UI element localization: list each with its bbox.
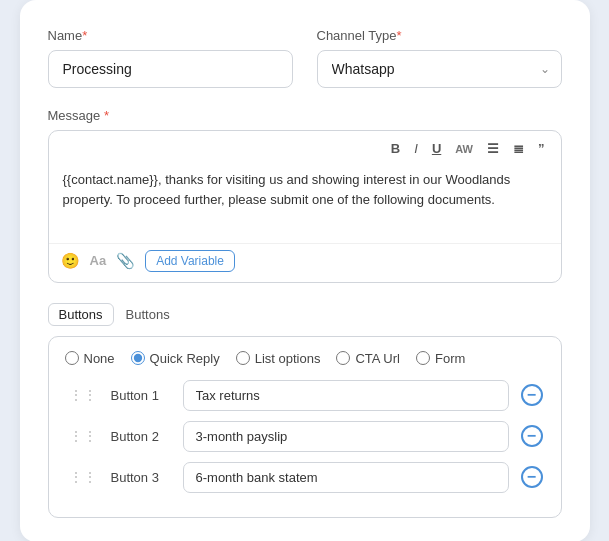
radio-list-options-input[interactable] <box>236 351 250 365</box>
radio-list-options-label: List options <box>255 351 321 366</box>
button-row-3: ⋮⋮ Button 3 − <box>65 462 545 493</box>
underline-button[interactable]: U <box>428 139 445 158</box>
message-box: B I U AW ☰ ≣ ” {{contact.name}}, thanks … <box>48 130 562 283</box>
minus-icon-1: − <box>521 384 543 406</box>
italic-button[interactable]: I <box>410 139 422 158</box>
channel-label: Channel Type* <box>317 28 562 43</box>
radio-none-label: None <box>84 351 115 366</box>
button-row-2: ⋮⋮ Button 2 − <box>65 421 545 452</box>
list-ordered-button[interactable]: ≣ <box>509 139 528 158</box>
message-label: Message * <box>48 108 562 123</box>
channel-select[interactable]: Whatsapp SMS Email <box>317 50 562 88</box>
drag-handle-1[interactable]: ⋮⋮ <box>65 385 101 405</box>
message-required: * <box>104 108 109 123</box>
attachment-icon[interactable]: 📎 <box>116 252 135 270</box>
radio-cta-url[interactable]: CTA Url <box>336 351 400 366</box>
name-input[interactable] <box>48 50 293 88</box>
radio-cta-url-input[interactable] <box>336 351 350 365</box>
aw-button[interactable]: AW <box>451 141 477 157</box>
form-card: Name* Channel Type* Whatsapp SMS Email ⌄… <box>20 0 590 541</box>
message-textarea[interactable]: {{contact.name}}, thanks for visiting us… <box>49 162 561 239</box>
channel-required: * <box>397 28 402 43</box>
message-footer: 🙂 Aa 📎 Add Variable <box>49 243 561 282</box>
button-2-label: Button 2 <box>111 429 173 444</box>
drag-handle-2[interactable]: ⋮⋮ <box>65 426 101 446</box>
name-channel-row: Name* Channel Type* Whatsapp SMS Email ⌄ <box>48 28 562 88</box>
minus-icon-2: − <box>521 425 543 447</box>
radio-quick-reply[interactable]: Quick Reply <box>131 351 220 366</box>
tab-buttons-1[interactable]: Buttons <box>48 303 114 326</box>
buttons-tabs: Buttons Buttons <box>48 303 562 326</box>
button-2-input[interactable] <box>183 421 509 452</box>
channel-group: Channel Type* Whatsapp SMS Email ⌄ <box>317 28 562 88</box>
remove-button-1[interactable]: − <box>519 384 545 406</box>
quote-button[interactable]: ” <box>534 139 549 158</box>
button-1-label: Button 1 <box>111 388 173 403</box>
add-variable-button[interactable]: Add Variable <box>145 250 235 272</box>
name-label: Name* <box>48 28 293 43</box>
radio-form-label: Form <box>435 351 465 366</box>
buttons-box: None Quick Reply List options CTA Url Fo… <box>48 336 562 518</box>
emoji-icon[interactable]: 🙂 <box>61 252 80 270</box>
message-toolbar: B I U AW ☰ ≣ ” <box>49 131 561 162</box>
button-3-input[interactable] <box>183 462 509 493</box>
message-group: Message * B I U AW ☰ ≣ ” {{contact.name}… <box>48 108 562 283</box>
font-icon[interactable]: Aa <box>90 253 107 268</box>
radio-row: None Quick Reply List options CTA Url Fo… <box>65 351 545 366</box>
list-unordered-button[interactable]: ☰ <box>483 139 503 158</box>
button-3-label: Button 3 <box>111 470 173 485</box>
radio-list-options[interactable]: List options <box>236 351 321 366</box>
name-group: Name* <box>48 28 293 88</box>
tab-buttons-2[interactable]: Buttons <box>116 303 180 326</box>
drag-handle-3[interactable]: ⋮⋮ <box>65 467 101 487</box>
radio-none-input[interactable] <box>65 351 79 365</box>
name-required: * <box>82 28 87 43</box>
radio-quick-reply-label: Quick Reply <box>150 351 220 366</box>
remove-button-3[interactable]: − <box>519 466 545 488</box>
minus-icon-3: − <box>521 466 543 488</box>
radio-cta-url-label: CTA Url <box>355 351 400 366</box>
radio-form-input[interactable] <box>416 351 430 365</box>
channel-select-wrapper: Whatsapp SMS Email ⌄ <box>317 50 562 88</box>
radio-none[interactable]: None <box>65 351 115 366</box>
button-row-1: ⋮⋮ Button 1 − <box>65 380 545 411</box>
bold-button[interactable]: B <box>387 139 404 158</box>
buttons-section: Buttons Buttons None Quick Reply List op… <box>48 303 562 518</box>
radio-quick-reply-input[interactable] <box>131 351 145 365</box>
radio-form[interactable]: Form <box>416 351 465 366</box>
button-1-input[interactable] <box>183 380 509 411</box>
remove-button-2[interactable]: − <box>519 425 545 447</box>
